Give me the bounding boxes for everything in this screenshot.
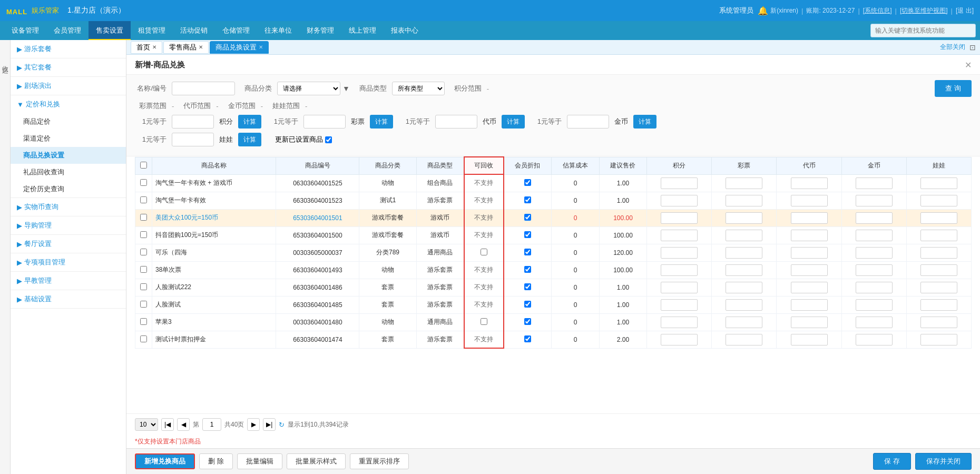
last-page-btn[interactable]: ▶|	[263, 418, 276, 431]
sidebar-group-title-physical[interactable]: ▶ 实物币查询	[11, 198, 126, 216]
token-cell[interactable]	[777, 313, 841, 331]
sidebar-group-title-restaurant[interactable]: ▶ 餐厅设置	[11, 235, 126, 253]
lottery-input[interactable]	[726, 282, 762, 293]
points-input[interactable]	[661, 212, 698, 224]
points-input[interactable]	[661, 195, 698, 206]
nav-partner[interactable]: 往来单位	[257, 21, 299, 40]
doll-input[interactable]	[920, 195, 957, 206]
search-input[interactable]	[870, 24, 976, 37]
doll-cell[interactable]	[906, 192, 971, 209]
points-cell[interactable]	[647, 192, 712, 209]
lottery-cell[interactable]	[712, 296, 777, 313]
tab-home-close[interactable]: ✕	[152, 41, 156, 54]
token-input[interactable]	[791, 299, 828, 311]
gold-cell[interactable]	[841, 226, 906, 244]
col-checkbox-all[interactable]	[135, 157, 152, 174]
next-page-btn[interactable]: ▶	[247, 418, 260, 431]
doll-cell[interactable]	[906, 261, 971, 279]
sidebar-group-title-special[interactable]: ▶ 专项项目管理	[11, 253, 126, 271]
doll-cell[interactable]	[906, 244, 971, 261]
doll-input[interactable]	[920, 177, 957, 189]
nav-report[interactable]: 报表中心	[384, 21, 426, 40]
points-cell[interactable]	[647, 313, 712, 331]
gold-input[interactable]	[856, 177, 893, 189]
member-discount-checkbox[interactable]	[524, 301, 531, 308]
points-input[interactable]	[661, 230, 698, 241]
row-checkbox[interactable]	[140, 283, 147, 290]
row-checkbox[interactable]	[140, 196, 147, 203]
points-input[interactable]	[661, 177, 698, 189]
points-cell[interactable]	[647, 279, 712, 296]
tab-exchange-close[interactable]: ✕	[259, 41, 263, 54]
tab-retail-close[interactable]: ✕	[199, 41, 203, 54]
points-input[interactable]	[661, 299, 698, 311]
points-cell[interactable]	[647, 331, 712, 348]
nav-online[interactable]: 线上管理	[341, 21, 384, 40]
token-input[interactable]	[791, 177, 828, 189]
delete-btn[interactable]: 删 除	[199, 453, 233, 469]
lottery-cell[interactable]	[712, 313, 777, 331]
switch-view-link[interactable]: [切换至维护视图]	[900, 6, 948, 15]
lottery-cell[interactable]	[712, 331, 777, 348]
lottery-cell[interactable]	[712, 279, 777, 296]
doll-cell[interactable]	[906, 313, 971, 331]
member-discount-checkbox[interactable]	[524, 249, 531, 255]
token-cell[interactable]	[777, 331, 841, 348]
lottery-cell[interactable]	[712, 261, 777, 279]
doll-input[interactable]	[920, 247, 957, 259]
type-select[interactable]: 所有类型	[392, 82, 445, 95]
points-input[interactable]	[661, 334, 698, 345]
row-checkbox-cell[interactable]	[135, 174, 152, 192]
gold-input[interactable]	[856, 282, 893, 293]
sidebar-item-exchange-settings[interactable]: 商品兑换设置	[11, 147, 126, 164]
row-checkbox[interactable]	[140, 214, 147, 221]
token-cell[interactable]	[777, 296, 841, 313]
save-btn[interactable]: 保 存	[873, 453, 911, 470]
lottery-cell[interactable]	[712, 244, 777, 261]
gold-rate-input[interactable]	[567, 115, 609, 129]
doll-cell[interactable]	[906, 209, 971, 226]
calc-btn-1[interactable]: 计算	[238, 115, 261, 129]
member-discount-checkbox[interactable]	[524, 214, 531, 221]
row-checkbox-cell[interactable]	[135, 226, 152, 244]
member-discount-cell[interactable]	[504, 226, 552, 244]
gold-input[interactable]	[856, 230, 893, 241]
member-discount-checkbox[interactable]	[524, 196, 531, 203]
token-rate-input[interactable]	[435, 115, 477, 129]
calc-btn-4[interactable]: 计算	[633, 115, 656, 129]
logout-link[interactable]: [退 出]	[956, 6, 974, 15]
reset-order-btn[interactable]: 重置展示排序	[350, 453, 409, 469]
calc-btn-5[interactable]: 计算	[238, 133, 261, 146]
save-close-btn[interactable]: 保存并关闭	[915, 453, 972, 470]
token-input[interactable]	[791, 230, 828, 241]
points-cell[interactable]	[647, 261, 712, 279]
gold-input[interactable]	[856, 317, 893, 328]
gold-cell[interactable]	[841, 279, 906, 296]
doll-input[interactable]	[920, 212, 957, 224]
member-discount-cell[interactable]	[504, 174, 552, 192]
token-input[interactable]	[791, 264, 828, 276]
member-discount-checkbox[interactable]	[524, 266, 531, 273]
member-discount-checkbox[interactable]	[524, 335, 531, 342]
member-discount-cell[interactable]	[504, 313, 552, 331]
points-input[interactable]	[661, 282, 698, 293]
nav-device[interactable]: 设备管理	[4, 21, 46, 40]
lottery-input[interactable]	[726, 317, 762, 328]
token-input[interactable]	[791, 282, 828, 293]
gold-cell[interactable]	[841, 331, 906, 348]
sidebar-item-gift-query[interactable]: 礼品回收查询	[11, 164, 126, 181]
gold-input[interactable]	[856, 247, 893, 259]
nav-sale[interactable]: 售卖设置	[89, 21, 131, 40]
sidebar-group-title-basic[interactable]: ▶ 基础设置	[11, 290, 126, 308]
gold-input[interactable]	[856, 195, 893, 206]
row-checkbox-cell[interactable]	[135, 279, 152, 296]
row-checkbox-cell[interactable]	[135, 313, 152, 331]
points-cell[interactable]	[647, 296, 712, 313]
sidebar-toggle[interactable]: 收起	[0, 40, 11, 474]
lottery-input[interactable]	[726, 264, 762, 276]
sidebar-item-pricing-history[interactable]: 定价历史查询	[11, 181, 126, 197]
token-input[interactable]	[791, 317, 828, 328]
sidebar-group-title-early-edu[interactable]: ▶ 早教管理	[11, 272, 126, 290]
points-input[interactable]	[661, 317, 698, 328]
sidebar-item-channel-pricing[interactable]: 渠道定价	[11, 130, 126, 147]
